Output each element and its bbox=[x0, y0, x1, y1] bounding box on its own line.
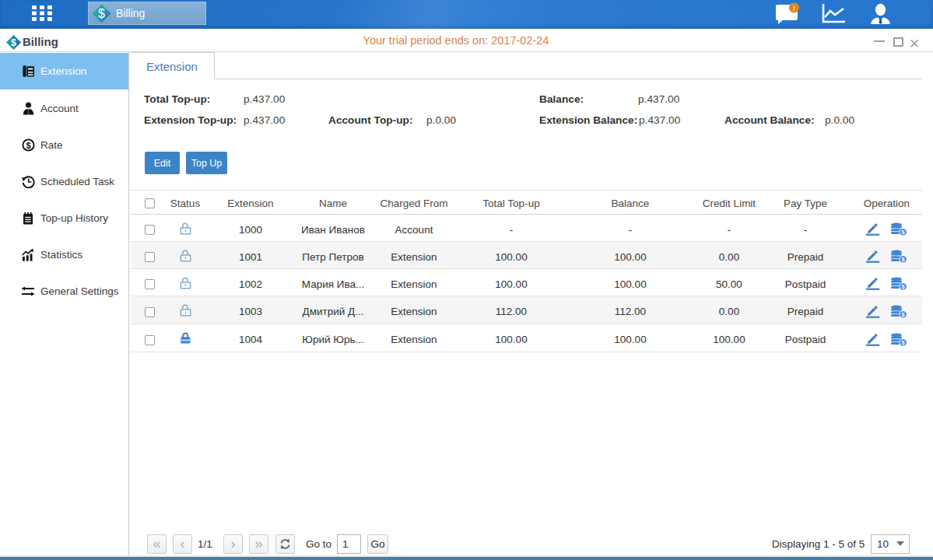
svg-text:!: ! bbox=[793, 5, 795, 12]
svg-text:$: $ bbox=[26, 141, 30, 150]
svg-text:$: $ bbox=[98, 7, 105, 20]
